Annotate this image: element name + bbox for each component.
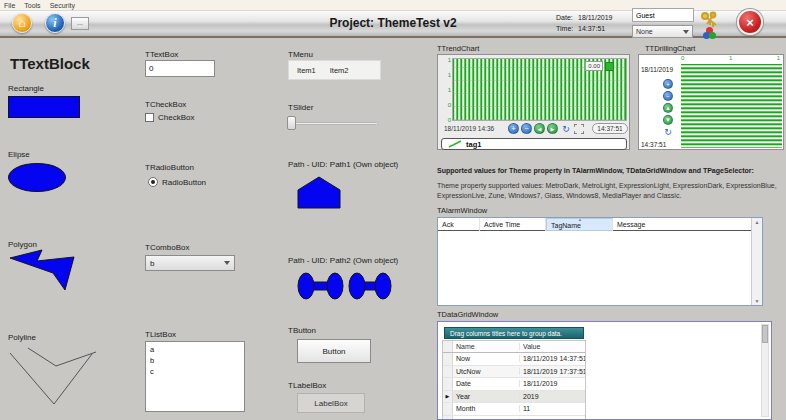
slider-track[interactable]: [288, 122, 378, 125]
path2-label: Path - UID: Path2 (Own object): [288, 256, 398, 265]
x-tick: 0: [681, 55, 684, 61]
tmenu-item2[interactable]: Item2: [330, 66, 349, 75]
trend-value-text: 0.00: [585, 61, 603, 71]
ellipse-label: Elipse: [8, 150, 30, 159]
rectangle-label: Rectangle: [8, 84, 44, 93]
tcombobox-label: TComboBox: [145, 243, 189, 252]
trend-current-value: 0.00: [585, 61, 614, 71]
drilling-toolbar: + − ▲ ▼ ↻: [663, 79, 673, 137]
alarm-window-label: TAlarmWindow: [437, 206, 487, 215]
pan-right-button[interactable]: ▶: [547, 123, 558, 134]
table-row[interactable]: Month 11: [443, 403, 585, 416]
scroll-down-icon[interactable]: ▼: [752, 298, 762, 304]
table-row[interactable]: Now 18/11/2019 14:37:51...: [443, 353, 585, 366]
refresh-icon[interactable]: ↻: [663, 127, 673, 137]
trend-toolbar: 18/11/2019 14:36 + − ◀ ▶ ↻ 14:37:51: [438, 123, 631, 136]
trend-y-axis: 1 1 1 0 0: [442, 57, 451, 123]
checkbox[interactable]: CheckBox: [145, 113, 194, 122]
cell-name: Month: [453, 405, 519, 412]
chevron-down-icon: [683, 30, 689, 34]
datagrid-scrollbar[interactable]: [761, 324, 769, 417]
combobox-value: b: [150, 259, 154, 268]
path1-label: Path - UID: Path1 (Own object): [288, 160, 398, 169]
title-bar: ⌂ i ... Project: ThemeTest v2 Date: 18/1…: [0, 11, 786, 38]
scroll-up-icon[interactable]: ▲: [752, 219, 762, 225]
slider-thumb[interactable]: [287, 116, 296, 130]
column-header-name[interactable]: Name: [453, 343, 519, 350]
zoom-out-button[interactable]: −: [521, 123, 532, 134]
close-icon: ×: [746, 15, 754, 30]
cell-name: Date: [453, 380, 519, 387]
drilling-chart-label: TTDrillingChart: [645, 44, 695, 53]
ttextbox-label: TTextBox: [145, 50, 178, 59]
list-item[interactable]: c: [150, 366, 240, 377]
combobox[interactable]: b: [145, 255, 235, 271]
scrollbar-thumb[interactable]: [762, 325, 768, 343]
alarm-scrollbar[interactable]: ▲ ▼: [751, 218, 762, 305]
column-header-value[interactable]: Value: [519, 343, 585, 350]
refresh-icon[interactable]: ↻: [560, 123, 572, 134]
trend-plot-area: 0.00: [452, 58, 627, 121]
palette-icon[interactable]: [703, 27, 717, 39]
table-row-selected[interactable]: ▶ Year 2019: [443, 391, 585, 404]
close-button[interactable]: ×: [737, 9, 763, 35]
y-tick: 0: [442, 102, 451, 108]
cell-value: 11: [519, 405, 585, 412]
list-item[interactable]: a: [150, 344, 240, 355]
minus-icon: −: [666, 93, 670, 99]
alarm-header-row: Ack Active Time TagName ▲ Message: [438, 218, 751, 231]
trend-chart-label: TTrendChart: [437, 44, 479, 53]
row-indicator: [443, 416, 453, 420]
table-row[interactable]: UtcNow 18/11/2019 17:37:51...: [443, 366, 585, 379]
trend-x-start-label: 18/11/2019 14:36: [444, 125, 494, 132]
time-value: 14:37:51: [578, 25, 605, 32]
alarm-window: Ack Active Time TagName ▲ Message ▲ ▼: [437, 217, 763, 306]
theme-selector[interactable]: None: [632, 25, 693, 38]
user-input[interactable]: [632, 8, 694, 22]
zoom-in-button[interactable]: +: [508, 123, 519, 134]
table-row[interactable]: Date 18/11/2019: [443, 378, 585, 391]
trend-value-swatch: [605, 62, 614, 71]
tcheckbox-label: TCheckBox: [145, 100, 186, 109]
tmenu: Item1 Item2: [288, 60, 381, 80]
button[interactable]: Button: [297, 339, 371, 363]
checkbox-box[interactable]: [145, 113, 154, 122]
listbox[interactable]: a b c: [145, 341, 245, 412]
pan-down-button[interactable]: ▼: [663, 115, 673, 125]
list-item[interactable]: b: [150, 355, 240, 366]
menu-item-security[interactable]: Security: [50, 2, 75, 9]
tlabelbox-label: TLabelBox: [288, 381, 326, 390]
cell-value: 18/11/2019: [519, 380, 585, 387]
trend-legend[interactable]: tag1: [441, 138, 627, 150]
labelbox-text: LabelBox: [314, 399, 347, 408]
polyline-label: Polyline: [8, 333, 36, 342]
datagrid-window-label: TDataGridWindow: [437, 310, 498, 319]
plus-icon: +: [666, 81, 670, 87]
drilling-time: 14:37:51: [641, 141, 666, 148]
zoom-out-button[interactable]: −: [663, 91, 673, 101]
plus-icon: +: [511, 125, 515, 132]
pan-left-button[interactable]: ◀: [534, 123, 545, 134]
tmenu-item1[interactable]: Item1: [297, 66, 316, 75]
arrow-right-icon: ▶: [551, 126, 555, 132]
y-tick: 1: [442, 87, 451, 93]
drilling-x-axis: 0 1 1: [681, 55, 781, 64]
column-header-ack[interactable]: Ack: [438, 218, 480, 231]
radio-button[interactable]: RadioButton: [148, 177, 206, 187]
menu-item-file[interactable]: File: [4, 2, 15, 9]
pan-up-button[interactable]: ▲: [663, 103, 673, 113]
y-tick: 1: [442, 72, 451, 78]
group-by-bar[interactable]: Drag columns titles here to group data.: [444, 327, 584, 339]
zoom-in-button[interactable]: +: [663, 79, 673, 89]
chevron-down-icon: [224, 261, 230, 265]
radio-circle[interactable]: [148, 177, 158, 187]
theme-selector-value: None: [636, 28, 653, 35]
column-header-active-time[interactable]: Active Time: [480, 218, 546, 231]
column-header-message[interactable]: Message: [613, 218, 751, 231]
table-row[interactable]: Day 18: [443, 416, 585, 420]
menu-item-tools[interactable]: Tools: [24, 2, 40, 9]
textbox-input[interactable]: [145, 60, 215, 77]
time-label: Time:: [556, 25, 573, 32]
keys-icon[interactable]: [699, 11, 719, 28]
fullscreen-icon[interactable]: [574, 124, 584, 134]
